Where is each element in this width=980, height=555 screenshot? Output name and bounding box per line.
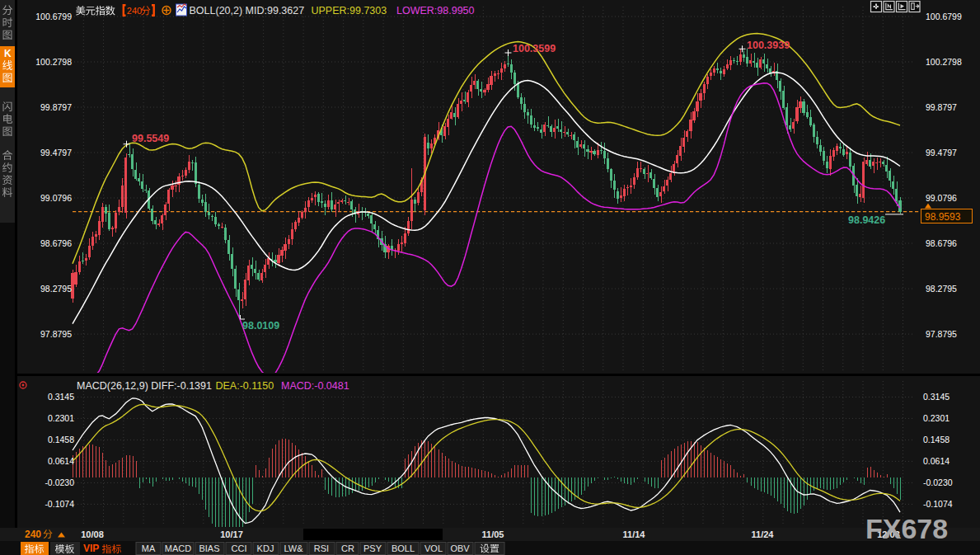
svg-text:-0.1074: -0.1074 [45,499,74,509]
svg-text:11/14: 11/14 [623,529,646,539]
svg-text:0.0614: 0.0614 [48,456,74,466]
svg-text:VIP: VIP [83,543,99,554]
svg-text:100.6799: 100.6799 [35,12,72,21]
svg-text:10/17: 10/17 [220,529,243,539]
svg-text:10/08: 10/08 [81,529,104,539]
svg-text:0.3145: 0.3145 [923,392,950,402]
svg-text:98.2795: 98.2795 [926,284,957,294]
svg-text:99.5549: 99.5549 [132,133,169,144]
svg-text:0.1458: 0.1458 [48,435,74,444]
svg-text:CR: CR [341,543,354,553]
svg-text:KDJ: KDJ [257,543,274,553]
svg-text:-0.0230: -0.0230 [923,477,953,487]
svg-text:-0.0230: -0.0230 [45,477,74,487]
svg-text:MACD: MACD [165,543,191,553]
svg-text:99.0796: 99.0796 [40,193,72,203]
svg-text:240: 240 [127,6,142,16]
svg-text:LOWER:98.9950: LOWER:98.9950 [396,5,475,16]
svg-text:100.2798: 100.2798 [926,57,962,67]
svg-text:97.8795: 97.8795 [926,329,957,339]
svg-text:98.2795: 98.2795 [40,284,72,294]
svg-text:K: K [4,48,12,59]
svg-text:98.0109: 98.0109 [242,320,279,332]
svg-text:99.8797: 99.8797 [40,102,72,112]
svg-text:99.8797: 99.8797 [926,102,957,112]
svg-text:100.3939: 100.3939 [747,40,790,51]
svg-text:BIAS: BIAS [199,543,219,553]
svg-text:98.6796: 98.6796 [40,238,72,248]
svg-text:98.9426: 98.9426 [848,214,885,226]
svg-text:240: 240 [25,529,41,540]
svg-text:0.2301: 0.2301 [48,413,74,423]
svg-text:97.8795: 97.8795 [40,329,72,339]
svg-text:11/24: 11/24 [752,529,775,539]
svg-text:99.0796: 99.0796 [926,193,957,203]
svg-text:FX678: FX678 [865,513,948,544]
svg-text:0.1458: 0.1458 [923,435,950,444]
svg-text:100.2798: 100.2798 [35,57,72,67]
svg-text:OBV: OBV [450,543,470,553]
svg-text:LW&: LW& [284,543,303,553]
svg-text:VOL: VOL [424,543,443,553]
svg-text:98.6796: 98.6796 [926,238,957,248]
svg-text:DEA:-0.1150: DEA:-0.1150 [216,380,274,392]
svg-text:BOLL(20,2) MID:99.3627: BOLL(20,2) MID:99.3627 [190,5,305,16]
svg-text:PSY: PSY [363,543,382,553]
svg-text:100.3599: 100.3599 [513,43,556,54]
svg-text:0.2301: 0.2301 [923,413,950,423]
svg-text:UPPER:99.7303: UPPER:99.7303 [312,5,387,16]
svg-text:RSI: RSI [314,543,329,553]
svg-text:MACD(26,12,9) DIFF:-0.1391: MACD(26,12,9) DIFF:-0.1391 [77,380,212,392]
svg-text:0.3145: 0.3145 [48,392,74,402]
svg-text:MACD:-0.0481: MACD:-0.0481 [281,380,349,392]
svg-text:BOLL: BOLL [392,543,415,553]
svg-text:99.4797: 99.4797 [40,148,72,158]
svg-text:98.9593: 98.9593 [925,211,961,223]
svg-text:MA: MA [142,543,156,553]
svg-text:11/05: 11/05 [482,529,504,539]
svg-text:-0.1074: -0.1074 [923,499,953,509]
svg-text:0.0614: 0.0614 [923,456,950,466]
svg-text:100.6799: 100.6799 [926,12,962,21]
svg-text:CCI: CCI [232,543,247,553]
svg-text:99.4797: 99.4797 [926,148,957,158]
